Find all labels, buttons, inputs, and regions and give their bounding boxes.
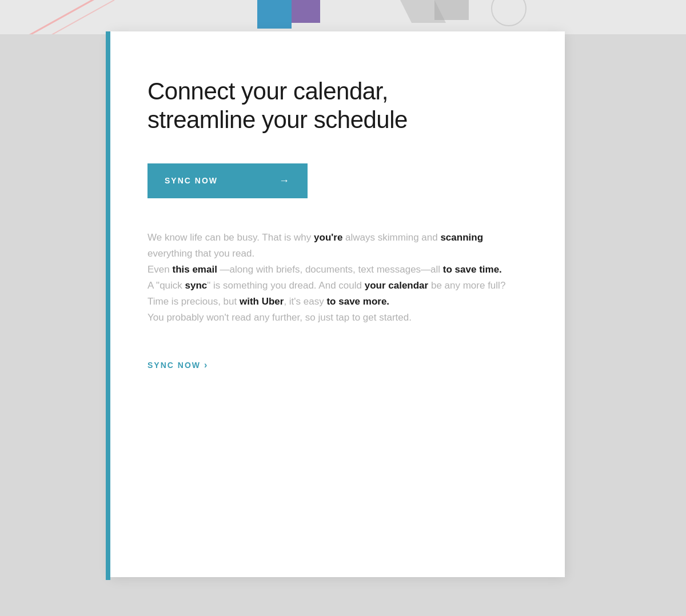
sync-now-secondary-button[interactable]: SYNC NOW › (147, 360, 208, 370)
svg-rect-0 (0, 0, 686, 34)
sync-now-primary-button[interactable]: SYNC NOW → (147, 163, 308, 198)
top-illustration (0, 0, 686, 34)
arrow-right-icon: → (279, 175, 290, 187)
body-paragraph: We know life can be busy. That is why yo… (147, 230, 528, 326)
svg-rect-4 (292, 0, 320, 23)
svg-rect-3 (257, 0, 292, 29)
left-accent-bar (106, 31, 110, 580)
svg-marker-6 (434, 0, 469, 20)
sync-now-primary-label: SYNC NOW (165, 176, 218, 185)
main-card: Connect your calendar, streamline your s… (110, 31, 565, 577)
sync-now-secondary-label: SYNC NOW (147, 361, 201, 370)
chevron-right-icon: › (204, 360, 208, 370)
headline: Connect your calendar, streamline your s… (147, 77, 528, 135)
